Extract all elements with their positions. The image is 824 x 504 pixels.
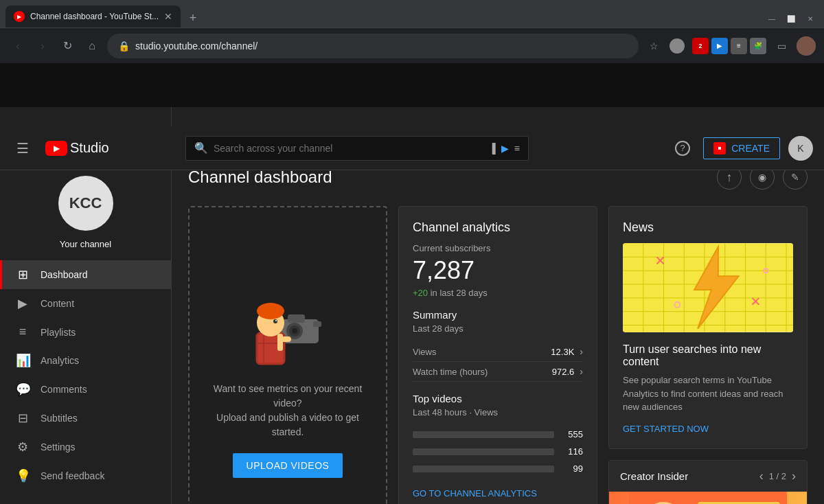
svg-point-4 (292, 328, 297, 334)
sidebar-item-settings[interactable]: ⚙ Settings (0, 433, 171, 461)
creator-thumbnail: YTA EXPLAINED (609, 492, 807, 505)
close-button[interactable]: ✕ (802, 12, 819, 25)
your-channel-label: Your channel (60, 239, 111, 249)
media-icon: ▶ (501, 143, 509, 154)
change-period: in last 28 days (431, 288, 488, 298)
dashboard-icon: ⊞ (16, 267, 30, 282)
creator-prev-button[interactable]: ‹ (759, 469, 764, 483)
search-bar: 🔍 ▐ ▶ ≡ (185, 136, 529, 161)
svg-point-11 (257, 303, 284, 319)
top-videos-period: Last 48 hours · Views (413, 407, 583, 417)
dashboard-label: Dashboard (41, 269, 88, 280)
yt-studio-logo[interactable]: ▶ Studio (45, 140, 109, 156)
bookmark-button[interactable]: ☆ (644, 36, 663, 56)
video-views-3: 99 (562, 463, 583, 474)
lock-icon: 🔒 (118, 41, 130, 51)
youtube-play-icon: ▶ (54, 144, 60, 153)
help-button[interactable]: ? (670, 136, 695, 161)
content-icon: ▶ (16, 296, 30, 311)
video-title-blur-1 (413, 431, 554, 438)
minimize-button[interactable]: — (764, 12, 780, 25)
extension-badge[interactable]: 2 (692, 38, 709, 54)
news-image (623, 243, 793, 332)
creator-insider-title: Creator Insider (620, 470, 688, 482)
maximize-button[interactable]: ⬜ (783, 12, 799, 25)
watchtime-arrow[interactable]: › (580, 366, 583, 377)
news-cta-link[interactable]: GET STARTED NOW (623, 424, 709, 434)
forward-button[interactable]: › (33, 36, 52, 56)
extension-puzzle[interactable]: 🧩 (750, 38, 766, 54)
news-article-text: See popular search terms in YouTube Anal… (623, 374, 793, 414)
channel-section: KCC Your channel (0, 162, 171, 260)
svg-point-12 (273, 319, 277, 323)
views-metric-row: Views 12.3K › (413, 342, 583, 362)
sidebar-nav: ⊞ Dashboard ▶ Content ≡ Playlists 📊 Anal… (0, 260, 171, 490)
video-title-blur-2 (413, 448, 554, 455)
search-icon: 🔍 (194, 141, 208, 154)
subscribers-change: +20 in last 28 days (413, 288, 583, 298)
extension-play[interactable]: ▶ (711, 38, 728, 54)
go-analytics-link[interactable]: GO TO CHANNEL ANALYTICS (413, 488, 583, 499)
sidebar-item-comments[interactable]: 💬 Comments (0, 375, 171, 404)
creator-insider-card: Creator Insider ‹ 1 / 2 › (608, 460, 808, 505)
analytics-icon: 📊 (16, 353, 30, 368)
svg-rect-5 (313, 321, 321, 327)
summary-title: Summary (413, 309, 583, 321)
reload-button[interactable]: ↻ (58, 36, 77, 56)
tab-favicon: ▶ (14, 11, 25, 22)
feedback-label: Send feedback (41, 470, 104, 481)
user-avatar[interactable]: K (788, 136, 813, 161)
sidebar-item-subtitles[interactable]: ⊟ Subtitles (0, 404, 171, 433)
extension-menu[interactable]: ≡ (731, 38, 747, 54)
video-views-2: 116 (562, 446, 583, 457)
video-title-blur-3 (413, 466, 554, 472)
hamburger-menu[interactable]: ☰ (11, 135, 34, 162)
tab-close-button[interactable]: ✕ (164, 11, 172, 22)
studio-header: ☰ ▶ Studio 🔍 ▐ ▶ ≡ ? ■ CREATE K (0, 126, 824, 170)
page-title: Channel dashboard (188, 168, 332, 187)
video-views-1: 555 (562, 429, 583, 439)
url-text: studio.youtube.com/channel/ (135, 41, 258, 51)
sidebar-item-analytics[interactable]: 📊 Analytics (0, 346, 171, 375)
creator-next-button[interactable]: › (792, 469, 796, 483)
watchtime-value: 972.6 (552, 367, 575, 377)
upload-illustration (240, 282, 336, 371)
upload-videos-button[interactable]: UPLOAD VIDEOS (233, 453, 343, 478)
tab-title: Channel dashboard - YouTube St... (30, 12, 159, 21)
svg-rect-15 (277, 334, 283, 351)
subtitles-icon: ⊟ (16, 411, 30, 426)
sidebar-item-dashboard[interactable]: ⊞ Dashboard (0, 260, 171, 289)
create-button[interactable]: ■ CREATE (703, 137, 780, 159)
video-row-2: 116 (413, 443, 583, 460)
views-label: Views (413, 347, 436, 357)
browser-tab[interactable]: ▶ Channel dashboard - YouTube St... ✕ (5, 5, 181, 27)
views-arrow[interactable]: › (580, 346, 583, 357)
settings-label: Settings (41, 442, 76, 453)
feedback-icon: 💡 (16, 468, 30, 483)
svg-point-13 (275, 320, 277, 321)
creator-pagination: 1 / 2 (769, 471, 786, 481)
filter-icon: ▐ (489, 143, 496, 154)
svg-rect-42 (698, 502, 780, 505)
subscribers-label: Current subscribers (413, 243, 583, 253)
news-title: News (623, 220, 793, 235)
watchtime-metric-row: Watch time (hours) 972.6 › (413, 362, 583, 382)
profile-icon[interactable] (667, 36, 687, 56)
back-button[interactable]: ‹ (8, 36, 27, 56)
sidebar-item-feedback[interactable]: 💡 Send feedback (0, 461, 171, 490)
upload-card: Want to see metrics on your recent video… (188, 206, 387, 504)
address-bar[interactable]: 🔒 studio.youtube.com/channel/ (107, 34, 639, 58)
views-value: 12.3K (551, 347, 574, 357)
new-tab-button[interactable]: + (183, 8, 203, 27)
home-button[interactable]: ⌂ (82, 36, 102, 56)
channel-avatar[interactable]: KCC (58, 176, 113, 231)
chrome-profile[interactable] (797, 36, 816, 56)
sidebar-item-playlists[interactable]: ≡ Playlists (0, 318, 171, 346)
watchtime-label: Watch time (hours) (413, 367, 488, 377)
sidebar-item-content[interactable]: ▶ Content (0, 289, 171, 318)
search-input[interactable] (214, 143, 483, 154)
youtube-icon: ▶ (45, 141, 67, 156)
analytics-title: Channel analytics (413, 220, 583, 235)
desktop-button[interactable]: ▭ (772, 36, 791, 56)
top-videos-title: Top videos (413, 393, 583, 404)
